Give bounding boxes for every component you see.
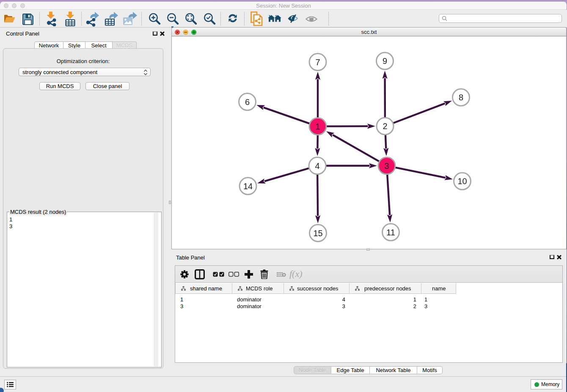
svg-text:7: 7: [315, 57, 320, 66]
svg-text:1: 1: [315, 121, 320, 131]
svg-text:9: 9: [382, 56, 387, 66]
svg-text:15: 15: [313, 228, 322, 237]
svg-text:6: 6: [245, 97, 249, 106]
svg-text:10: 10: [457, 177, 467, 186]
svg-text:14: 14: [243, 181, 252, 190]
svg-text:11: 11: [386, 227, 395, 237]
svg-text:2: 2: [383, 121, 387, 131]
svg-text:4: 4: [315, 161, 319, 170]
svg-text:3: 3: [384, 161, 389, 170]
svg-text:8: 8: [458, 93, 463, 102]
